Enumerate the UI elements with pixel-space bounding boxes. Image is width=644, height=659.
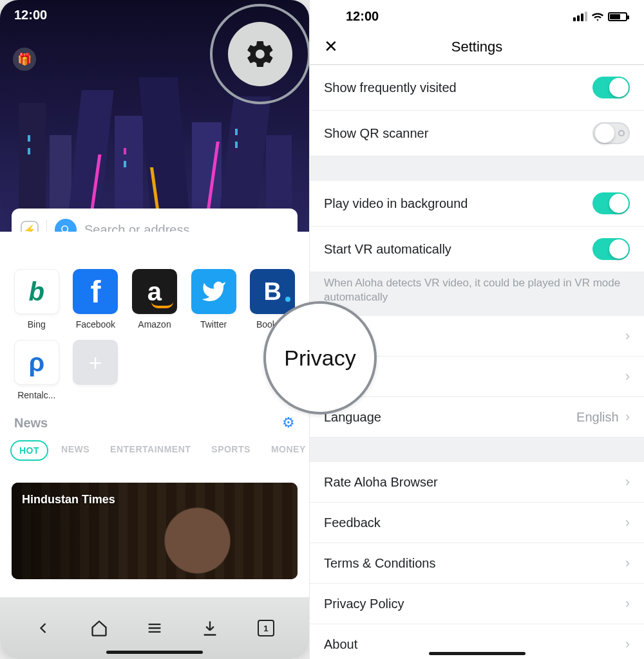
- settings-header: ✕ Settings: [310, 28, 644, 65]
- speed-dial-grid-2: ρ Rentalc... ＋: [0, 330, 309, 400]
- wifi-icon: [591, 10, 604, 23]
- close-button[interactable]: ✕: [324, 37, 338, 57]
- cell-show-frequently-visited[interactable]: Show frequently visited: [310, 65, 644, 111]
- article-source: Hindustan Times: [22, 493, 115, 506]
- cellular-icon: [573, 12, 587, 21]
- search-placeholder: Search or address: [84, 223, 289, 232]
- cell-label: Privacy Policy: [324, 597, 404, 611]
- chevron-right-icon: ›: [625, 595, 630, 612]
- bing-icon: b: [29, 277, 44, 306]
- news-tabs: HOT NEWS ENTERTAINMENT SPORTS MONEY LIFE…: [0, 435, 309, 470]
- home-button[interactable]: [88, 617, 110, 639]
- tile-label: [94, 390, 97, 400]
- search-bar[interactable]: ⚡ Search or address: [12, 209, 298, 232]
- plus-icon: ＋: [84, 348, 106, 377]
- news-tab-news[interactable]: NEWS: [53, 440, 97, 461]
- status-bar: 12:00: [310, 0, 644, 28]
- news-tab-money[interactable]: MONEY: [263, 440, 309, 461]
- cell-value: English: [576, 410, 619, 425]
- privacy-callout-label: Privacy: [284, 346, 355, 371]
- gift-button[interactable]: 🎁: [13, 48, 36, 71]
- home-indicator: [106, 651, 203, 654]
- news-tab-sports[interactable]: SPORTS: [204, 440, 258, 461]
- cell-label: Play video in background: [324, 196, 468, 211]
- gift-icon: 🎁: [17, 52, 32, 66]
- tabs-button[interactable]: 1: [255, 617, 277, 639]
- tabs-count: 1: [263, 624, 268, 633]
- menu-button[interactable]: [144, 617, 166, 639]
- tile-label: Amazon: [138, 319, 171, 330]
- cell-terms[interactable]: Terms & Conditions ›: [310, 543, 644, 584]
- section-footnote: When Aloha detects VR video, it could be…: [310, 272, 644, 316]
- settings-screen: 12:00 ✕ Settings Show frequently visited…: [309, 0, 644, 659]
- tile-add[interactable]: ＋: [71, 340, 121, 400]
- status-time: 12:00: [346, 9, 379, 24]
- chevron-right-icon: ›: [625, 514, 630, 531]
- hero-banner: 12:00 🎁 ⚡ Search or address: [0, 0, 309, 232]
- chevron-right-icon: ›: [625, 474, 630, 490]
- section-gap: [310, 156, 644, 181]
- section-gap: [310, 438, 644, 462]
- chevron-right-icon: ›: [625, 368, 630, 385]
- chevron-right-icon: ›: [625, 409, 630, 425]
- tile-facebook[interactable]: f Facebook: [71, 269, 121, 330]
- toggle-on[interactable]: [592, 238, 630, 260]
- cell-label: Start VR automatically: [324, 242, 451, 257]
- chevron-right-icon: ›: [625, 636, 630, 653]
- cell-show-qr-scanner[interactable]: Show QR scanner: [310, 111, 644, 156]
- cell-label: Show QR scanner: [324, 126, 428, 141]
- cell-language[interactable]: Language English ›: [310, 397, 644, 438]
- news-heading: News: [14, 416, 48, 431]
- tile-label: Bing: [28, 319, 46, 330]
- gear-icon: [245, 39, 276, 70]
- status-time: 12:00: [14, 8, 47, 23]
- cell-privacy-policy[interactable]: Privacy Policy ›: [310, 584, 644, 624]
- cell-play-video-background[interactable]: Play video in background: [310, 181, 644, 227]
- cell-label: Show frequently visited: [324, 80, 457, 95]
- cell-feedback[interactable]: Feedback ›: [310, 503, 644, 543]
- bottom-toolbar: 1: [0, 597, 309, 659]
- search-icon: [55, 219, 77, 232]
- tile-label: Facebook: [76, 319, 115, 330]
- settings-button[interactable]: [228, 22, 292, 86]
- news-article-card[interactable]: Hindustan Times: [12, 483, 298, 579]
- tile-label: Twitter: [200, 319, 227, 330]
- tile-twitter[interactable]: Twitter: [189, 269, 239, 330]
- speed-dial-grid: b Bing f Facebook a Amazon Twitter B Boo…: [0, 232, 309, 330]
- toggle-on[interactable]: [592, 77, 630, 98]
- privacy-callout: Privacy: [263, 301, 377, 414]
- booking-icon: B: [263, 278, 281, 306]
- shield-icon: ⚡: [21, 221, 39, 232]
- battery-icon: [608, 12, 627, 21]
- cell-label: Rate Aloha Browser: [324, 475, 438, 490]
- toggle-on[interactable]: [592, 192, 630, 214]
- back-button[interactable]: [32, 617, 54, 639]
- toggle-off[interactable]: [592, 122, 630, 144]
- tile-rentalcars[interactable]: ρ Rentalc...: [12, 340, 62, 400]
- cell-start-vr-automatically[interactable]: Start VR automatically: [310, 227, 644, 272]
- cell-label: Feedback: [324, 515, 381, 530]
- facebook-icon: f: [90, 274, 100, 310]
- news-settings-button[interactable]: ⚙: [282, 414, 295, 431]
- downloads-button[interactable]: [199, 617, 221, 639]
- divider: [46, 219, 47, 232]
- cell-label: Terms & Conditions: [324, 556, 435, 571]
- home-indicator: [429, 652, 526, 655]
- amazon-icon: a: [147, 277, 162, 306]
- tile-label: Rentalc...: [17, 390, 55, 400]
- settings-title: Settings: [451, 39, 503, 55]
- cell-label: About: [324, 637, 357, 652]
- news-tab-entertainment[interactable]: ENTERTAINMENT: [102, 440, 198, 461]
- tile-amazon[interactable]: a Amazon: [129, 269, 180, 330]
- svg-point-0: [62, 226, 68, 232]
- twitter-icon: [201, 279, 227, 304]
- tile-bing[interactable]: b Bing: [12, 269, 62, 330]
- chevron-right-icon: ›: [625, 555, 630, 571]
- home-screen: 12:00 🎁 ⚡ Search or address: [0, 0, 309, 659]
- cell-rate-app[interactable]: Rate Aloha Browser ›: [310, 462, 644, 503]
- news-tab-hot[interactable]: HOT: [10, 440, 48, 461]
- chevron-right-icon: ›: [625, 328, 630, 344]
- rentalcars-icon: ρ: [28, 348, 44, 377]
- news-header: News ⚙: [0, 400, 309, 435]
